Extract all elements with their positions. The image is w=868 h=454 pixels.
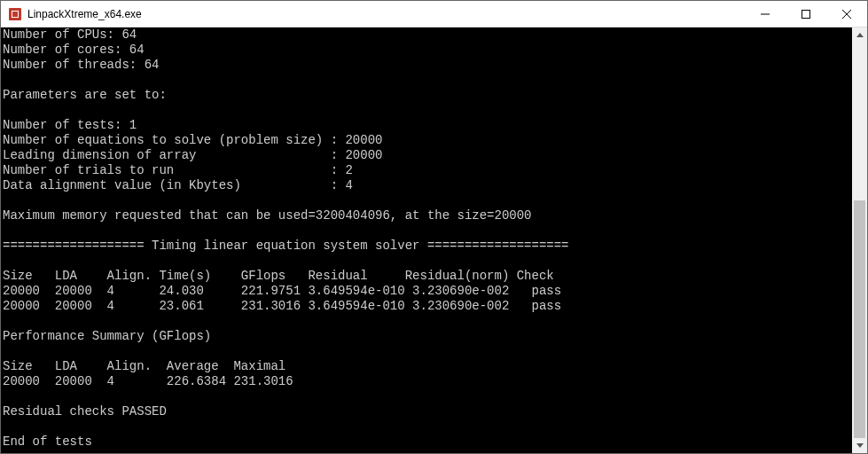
perf-columns: Size LDA Align. Average Maximal [3, 359, 285, 373]
results-header: Size LDA Align. Time(s) GFlops Residual … [3, 269, 554, 283]
scrollbar-thumb[interactable] [854, 200, 865, 438]
perf-row: 20000 20000 4 226.6384 231.3016 [3, 374, 293, 388]
result-row: 20000 20000 4 23.061 231.3016 3.649594e-… [3, 299, 561, 313]
window-title: LinpackXtreme_x64.exe [27, 8, 745, 20]
maximize-button[interactable] [786, 1, 826, 27]
timing-header: =================== Timing linear equati… [3, 239, 569, 253]
cores-line: Number of cores: 64 [3, 43, 145, 57]
window-controls [745, 1, 867, 27]
tests-line: Number of tests: 1 [3, 118, 137, 132]
params-header: Parameters are set to: [3, 88, 167, 102]
close-button[interactable] [826, 1, 867, 27]
align-line: Data alignment value (in Kbytes) : 4 [3, 178, 353, 192]
app-icon [8, 7, 22, 21]
result-row: 20000 20000 4 24.030 221.9751 3.649594e-… [3, 284, 561, 298]
equations-line: Number of equations to solve (problem si… [3, 133, 382, 147]
scroll-up-arrow-icon[interactable] [852, 27, 867, 43]
console-area: Number of CPUs: 64 Number of cores: 64 N… [1, 27, 867, 453]
threads-line: Number of threads: 64 [3, 58, 159, 72]
vertical-scrollbar[interactable] [852, 27, 867, 453]
minimize-button[interactable] [745, 1, 786, 27]
perf-header: Performance Summary (GFlops) [3, 329, 211, 343]
app-window: LinpackXtreme_x64.exe Number of CPUs: 64… [0, 0, 868, 454]
cpus-line: Number of CPUs: 64 [3, 27, 137, 42]
console-output[interactable]: Number of CPUs: 64 Number of cores: 64 N… [1, 27, 852, 453]
scrollbar-track[interactable] [852, 43, 867, 438]
svg-rect-2 [12, 12, 18, 17]
trials-line: Number of trials to run : 2 [3, 163, 353, 177]
memory-line: Maximum memory requested that can be use… [3, 208, 532, 223]
svg-rect-4 [802, 10, 810, 18]
lda-line: Leading dimension of array : 20000 [3, 148, 382, 162]
scroll-down-arrow-icon[interactable] [852, 438, 867, 453]
titlebar: LinpackXtreme_x64.exe [1, 1, 867, 27]
residual-status: Residual checks PASSED [3, 404, 167, 419]
end-line: End of tests [3, 434, 92, 449]
